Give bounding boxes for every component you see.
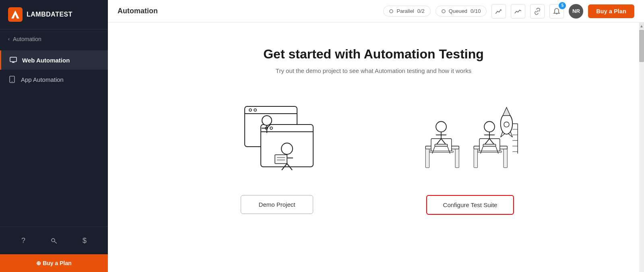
scrollbar[interactable]: ▲ <box>639 23 644 272</box>
monitor-icon <box>9 56 17 64</box>
metrics-icon-button[interactable] <box>491 4 506 19</box>
svg-rect-46 <box>504 149 507 168</box>
main-subheading: Try out the demo project to see what Aut… <box>276 67 471 74</box>
svg-rect-2 <box>10 57 17 62</box>
sidebar-logo: LAMBDATEST <box>0 0 108 29</box>
parallel-label: Parallel <box>396 8 414 14</box>
main-heading: Get started with Automation Testing <box>263 47 484 62</box>
configure-test-suite-card: Configure Test Suite <box>386 94 555 215</box>
configure-test-suite-button[interactable]: Configure Test Suite <box>426 195 514 215</box>
scroll-up-arrow[interactable]: ▲ <box>639 23 644 29</box>
parallel-value: 0/2 <box>417 8 425 14</box>
svg-point-18 <box>281 143 293 154</box>
sidebar-buy-plan-button[interactable]: ⊕ Buy a Plan <box>0 254 108 272</box>
smartphone-icon <box>8 75 16 83</box>
cards-row: Demo Project <box>192 94 555 215</box>
svg-rect-45 <box>474 149 477 168</box>
money-icon[interactable]: $ <box>78 234 91 247</box>
help-icon[interactable]: ? <box>17 234 30 247</box>
main-area: Automation Parallel 0/2 Queued 0/10 <box>108 0 644 272</box>
header-right-controls: Parallel 0/2 Queued 0/10 <box>383 4 634 19</box>
parallel-dot <box>389 9 393 13</box>
notification-icon-button[interactable]: 5 <box>549 4 564 19</box>
svg-point-7 <box>52 239 55 242</box>
svg-rect-41 <box>435 144 447 147</box>
content-scroll: Get started with Automation Testing Try … <box>108 23 639 272</box>
notification-badge: 5 <box>559 2 566 9</box>
svg-point-35 <box>436 122 446 132</box>
queued-label: Queued <box>449 8 467 14</box>
page-title: Automation <box>118 7 158 15</box>
queued-value: 0/10 <box>471 8 481 14</box>
link-icon-button[interactable] <box>530 4 545 19</box>
chart-icon-button[interactable] <box>511 4 525 19</box>
svg-marker-59 <box>503 107 510 115</box>
svg-point-6 <box>12 81 12 82</box>
sidebar-item-web-automation[interactable]: Web Automation <box>0 50 108 70</box>
scroll-thumb[interactable] <box>639 30 644 62</box>
sidebar-bottom-icons: ? $ <box>0 226 108 254</box>
sidebar-item-web-automation-label: Web Automation <box>22 57 70 64</box>
svg-point-58 <box>501 113 513 134</box>
sidebar: LAMBDATEST ‹ Automation Web Automation <box>0 0 108 272</box>
demo-project-button[interactable]: Demo Project <box>241 195 313 214</box>
svg-rect-31 <box>425 149 429 168</box>
sidebar-back-label: Automation <box>13 36 41 42</box>
sidebar-item-app-automation[interactable]: App Automation <box>0 70 108 89</box>
configure-test-suite-illustration <box>422 94 518 183</box>
queued-dot <box>442 9 446 13</box>
sidebar-item-app-automation-label: App Automation <box>21 76 64 83</box>
header-buy-plan-button[interactable]: Buy a Plan <box>588 4 634 18</box>
svg-rect-55 <box>483 144 495 147</box>
svg-point-23 <box>262 116 272 125</box>
key-icon[interactable] <box>47 234 60 247</box>
sidebar-nav: Web Automation App Automation <box>0 49 108 226</box>
svg-point-49 <box>484 122 495 132</box>
svg-rect-27 <box>275 155 287 164</box>
demo-project-illustration <box>229 94 325 183</box>
sidebar-back-link[interactable]: ‹ Automation <box>0 29 108 49</box>
brand-name: LAMBDATEST <box>27 11 72 18</box>
avatar-button[interactable]: NR <box>569 4 583 19</box>
svg-rect-32 <box>455 149 459 168</box>
parallel-status: Parallel 0/2 <box>383 6 430 17</box>
content-area: Get started with Automation Testing Try … <box>108 23 644 272</box>
queued-status: Queued 0/10 <box>436 6 487 17</box>
top-header: Automation Parallel 0/2 Queued 0/10 <box>108 0 644 23</box>
demo-project-card: Demo Project <box>192 94 361 214</box>
svg-line-8 <box>54 241 57 243</box>
back-arrow-icon: ‹ <box>8 36 10 42</box>
lambdatest-logo-icon <box>8 7 23 22</box>
